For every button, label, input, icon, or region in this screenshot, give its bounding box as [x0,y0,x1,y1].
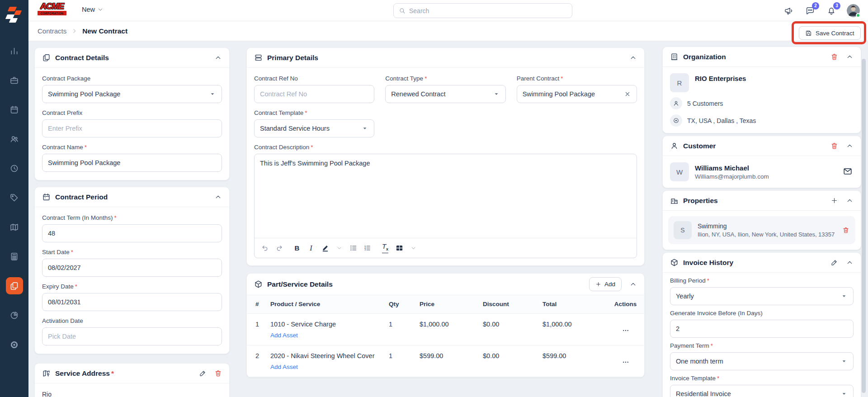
total-value: $1,000.00 [542,313,607,345]
tag-icon [9,193,19,203]
payment-term-select[interactable]: One month term [670,352,854,370]
messages-button[interactable]: 2 [804,5,816,17]
clear-format-icon: Tx [382,243,388,253]
sidebar-item-contracts[interactable] [6,277,23,294]
table-row: 1 1010 - Service Charge Add Asset 1 $1,0… [247,313,644,345]
organization-customers: 5 Customers [687,100,723,107]
contract-template-select[interactable]: Standard Service Hours [254,119,374,137]
remove-customer-button[interactable] [830,142,838,150]
collapse-button[interactable] [845,142,854,150]
table-dropdown-button[interactable] [407,242,420,255]
start-date-input[interactable] [42,259,222,277]
add-property-button[interactable] [830,197,838,205]
user-avatar[interactable] [847,4,860,17]
collapse-button[interactable] [845,197,854,205]
field-group: Contract Type* Renewed Contract [385,75,505,103]
collapse-button[interactable] [629,54,637,62]
billing-period-select[interactable]: Yearly [670,287,854,305]
left-column: Contract Details Contract Package Swimmi… [34,47,230,397]
sidebar-item-jobs[interactable] [6,71,23,89]
bold-button[interactable]: B [291,242,303,255]
ellipsis-icon [622,327,629,334]
card-title: Properties [683,197,718,205]
page-scrollbar[interactable] [862,59,866,393]
account-logo[interactable]: ACME CORPORATION [38,2,66,15]
italic-button[interactable]: I [305,242,317,255]
collapse-button[interactable] [845,259,854,267]
redo-button[interactable] [273,242,285,255]
field-label: Contract Template* [254,109,374,116]
global-search [393,3,572,18]
sidebar-item-schedule[interactable] [6,101,23,118]
delete-service-address-button[interactable] [214,369,222,378]
add-asset-link[interactable]: Add Asset [270,364,298,370]
contract-ref-input[interactable] [254,85,374,103]
add-part-button[interactable]: Add [589,277,622,291]
remove-organization-button[interactable] [830,53,838,61]
field-label: Billing Period* [670,277,854,284]
redo-icon [275,244,283,252]
collapse-button[interactable] [214,193,222,201]
billing-period-value: Yearly [676,293,837,300]
sidebar-item-invoices[interactable] [6,248,23,265]
contract-term-input[interactable] [42,224,222,242]
expiry-date-input[interactable] [42,293,222,311]
parent-contract-select[interactable]: Swimming Pool Package [517,85,637,103]
announcements-button[interactable] [783,5,795,17]
sidebar-item-pricing[interactable] [6,189,23,206]
caret-down-icon [493,90,500,98]
trash-icon [830,53,838,61]
highlight-dropdown-button[interactable] [333,242,345,255]
contract-prefix-input[interactable] [42,119,222,137]
save-icon [805,30,812,37]
ordered-list-button[interactable]: 123 [361,242,373,255]
sidebar-item-customers[interactable] [6,130,23,147]
sidebar-item-settings[interactable] [6,336,23,353]
sidebar-item-map[interactable] [6,218,23,236]
contract-package-select[interactable]: Swimming Pool Package [42,85,222,103]
email-customer-button[interactable] [843,166,854,177]
generate-invoice-days-input[interactable] [670,320,854,338]
sidebar-item-reports[interactable] [6,307,23,324]
contract-type-select[interactable]: Renewed Contract [385,85,505,103]
table-row: 2 2020 - Nikavi Steering Wheel Cover Add… [247,345,644,377]
column-header: # [247,295,270,313]
activation-date-input[interactable] [42,327,222,345]
undo-button[interactable] [259,242,271,255]
breadcrumb-parent[interactable]: Contracts [38,27,66,35]
new-menu-label: New [82,6,95,13]
briefcase-icon [9,76,19,85]
row-actions-button[interactable] [619,324,632,337]
zuper-logo[interactable] [0,0,28,28]
contract-name-input[interactable] [42,154,222,172]
bullet-list-button[interactable] [347,242,359,255]
clear-format-button[interactable]: Tx [379,242,392,255]
sidebar-item-timesheets[interactable] [6,160,23,177]
search-input[interactable] [409,7,567,14]
collapse-button[interactable] [629,280,637,288]
collapse-button[interactable] [845,53,854,61]
collapse-button[interactable] [214,54,222,62]
edit-service-address-button[interactable] [198,369,207,378]
edit-invoice-button[interactable] [830,259,838,267]
row-actions-button[interactable] [619,356,632,369]
sidebar-item-dashboard[interactable] [6,42,23,59]
notifications-button[interactable]: 3 [826,5,837,17]
messages-badge: 2 [812,2,819,9]
property-item[interactable]: S Swimming Ilion, NY, USA, Ilion, New Yo… [668,216,855,244]
chevron-down-icon [411,246,416,250]
bold-icon: B [295,244,300,252]
save-contract-button[interactable]: Save Contract [799,26,861,40]
highlight-button[interactable] [319,242,331,255]
invoice-template-select[interactable]: Residential Invoice [670,385,854,397]
table-button[interactable] [393,242,406,255]
column-header: Actions [607,295,644,313]
description-textarea[interactable]: This is Jeff's Swimming Pool Package [255,154,637,238]
chevron-down-icon [337,246,342,250]
remove-property-button[interactable] [842,227,850,234]
person-icon [673,100,679,107]
new-menu-button[interactable]: New [82,6,103,13]
field-label: Contract Name* [42,144,222,151]
clear-x-icon[interactable] [624,90,631,98]
add-asset-link[interactable]: Add Asset [270,332,298,339]
